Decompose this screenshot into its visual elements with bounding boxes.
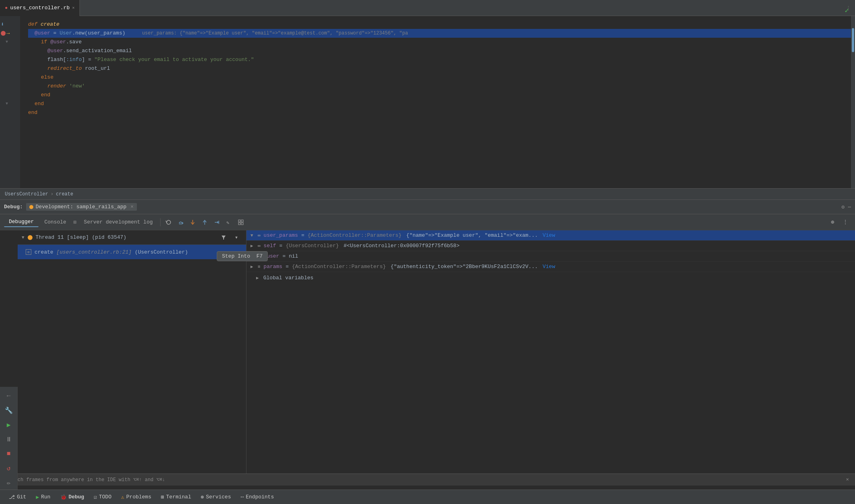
expand-user-params[interactable]: ▼	[250, 233, 256, 238]
sidebar-restart-button[interactable]: ↺	[3, 462, 15, 474]
terminal-label: Terminal	[166, 494, 191, 500]
code-line-5: flash[ :info ] = "Please check your emai…	[28, 55, 855, 64]
status-debug[interactable]: 🐞 Debug	[55, 490, 89, 504]
svg-rect-9	[241, 223, 243, 225]
frame-row-create[interactable]: ⊞ create [users_controller.rb:21] (Users…	[18, 245, 246, 259]
session-name: Development: sample_rails_app	[36, 204, 126, 210]
git-label: Git	[17, 494, 26, 500]
fold-icon-3[interactable]: ▼	[6, 38, 8, 47]
toolbar-separator-1	[160, 218, 161, 226]
thread-dropdown[interactable]: ▾	[231, 232, 242, 243]
breadcrumb-part-1[interactable]: UsersController	[5, 191, 48, 197]
svg-rect-8	[238, 223, 240, 225]
step-into-button[interactable]	[187, 217, 198, 228]
tab-users-controller[interactable]: ● users_controller.rb ×	[0, 0, 80, 16]
toolbar-more-button[interactable]: ⋮	[840, 217, 851, 228]
global-label: Global variables	[263, 275, 314, 281]
view-user-params-link[interactable]: View	[543, 232, 555, 238]
debug-session[interactable]: Development: sample_rails_app ×	[26, 203, 137, 211]
var-row-self[interactable]: ▶ ∞ self = {UsersController} #<UsersCont…	[246, 241, 855, 251]
thread-expand[interactable]: ▼	[22, 235, 24, 240]
rerun-button[interactable]	[163, 217, 174, 228]
debug-header-right: ⚙ ⋯	[841, 204, 851, 210]
var-row-user-params[interactable]: ▼ ∞ user_params = {ActionController::Par…	[246, 230, 855, 241]
status-todo[interactable]: ☑ TODO	[89, 490, 116, 504]
code-line-1: def create	[28, 20, 855, 29]
breadcrumb-part-2[interactable]: create	[56, 191, 73, 197]
status-terminal[interactable]: ⊞ Terminal	[156, 490, 196, 504]
tab-server-log[interactable]: Server development log	[79, 217, 158, 227]
app-container: ● users_controller.rb × ⋮ ✓ ⬇ → ▼	[0, 0, 855, 486]
sidebar-play-button[interactable]: ▶	[3, 419, 15, 431]
debug-content: ← 🔧 ▶ ⏸ ■ ↺ ✏ ⚙ ▼ Thread 11 [sleep] (pid…	[0, 230, 855, 474]
server-log-icon: ⊞	[73, 219, 77, 226]
svg-rect-6	[238, 220, 240, 222]
todo-icon: ☑	[94, 494, 97, 500]
run-to-cursor-button[interactable]	[211, 217, 222, 228]
step-over-button[interactable]	[175, 217, 186, 228]
var-row-at-user[interactable]: ▶ ≡ @user = nil	[246, 251, 855, 262]
services-icon: ⊗	[201, 494, 204, 500]
endpoints-icon: ↔	[240, 494, 244, 500]
sidebar-brush-button[interactable]: ✏	[3, 477, 15, 489]
sidebar-pause-button[interactable]: ⏸	[3, 433, 15, 445]
fold-icon-10[interactable]: ▼	[6, 100, 8, 108]
run-icon: ▶	[36, 494, 39, 500]
evaluate-button[interactable]: ✎	[223, 217, 234, 228]
sidebar-back-button[interactable]: ←	[3, 390, 15, 402]
problems-icon: ⚠	[121, 494, 124, 500]
debug-panel: Debug: Development: sample_rails_app × ⚙…	[0, 200, 855, 486]
code-line-11: end	[28, 108, 855, 117]
debug-status-label: Debug	[69, 494, 84, 500]
frame-icon: ⊞	[26, 249, 31, 255]
svg-rect-7	[241, 220, 243, 222]
code-line-10: end	[28, 100, 855, 108]
code-line-2: @user = User .new( user_params ) user_pa…	[28, 29, 855, 38]
expand-params[interactable]: ▶	[250, 264, 256, 269]
var-row-params[interactable]: ▶ ≡ params = {ActionController::Paramete…	[246, 262, 855, 272]
gutter-line-3: ▼	[0, 38, 17, 47]
status-endpoints[interactable]: ↔ Endpoints	[236, 490, 279, 504]
status-services[interactable]: ⊗ Services	[196, 490, 236, 504]
threads-frames-panel: ▼ Thread 11 [sleep] (pid 63547) ▾ ⊞ crea…	[18, 230, 246, 474]
gutter-line-10: ▼	[0, 100, 17, 108]
status-problems[interactable]: ⚠ Problems	[116, 490, 156, 504]
toolbar-adjust-button[interactable]: ⊕	[827, 217, 838, 228]
global-variables-row[interactable]: ▶ Global variables	[246, 272, 855, 283]
frames-button[interactable]	[235, 217, 246, 228]
status-git[interactable]: ⎇ Git	[4, 490, 31, 504]
services-label: Services	[206, 494, 231, 500]
editor-scrollbar[interactable]	[851, 16, 855, 188]
expand-self[interactable]: ▶	[250, 243, 256, 248]
session-close[interactable]: ×	[130, 204, 134, 210]
more-icon[interactable]: ⋯	[848, 204, 851, 210]
sidebar-wrench-icon[interactable]: 🔧	[3, 404, 15, 417]
breakpoint-indicator[interactable]	[1, 31, 6, 36]
step-out-button[interactable]	[199, 217, 210, 228]
svg-text:✎: ✎	[226, 220, 229, 226]
step-into-tooltip: Step Into F7	[217, 251, 268, 261]
tab-bar: ● users_controller.rb × ⋮ ✓	[0, 0, 855, 16]
arrow-indicator: →	[6, 29, 10, 38]
code-line-6: redirect_to root_url	[28, 64, 855, 73]
breadcrumb-separator: ›	[51, 191, 53, 197]
view-params-link[interactable]: View	[543, 264, 555, 270]
tab-console[interactable]: Console	[39, 217, 71, 227]
tab-close-button[interactable]: ×	[72, 6, 75, 10]
tab-debugger[interactable]: Debugger	[4, 217, 39, 227]
checkmark-icon: ✓	[845, 6, 849, 15]
status-bar: ⎇ Git ▶ Run 🐞 Debug ☑ TODO ⚠ Problems ⊞ …	[0, 490, 855, 504]
switch-frames-text: Switch frames from anywhere in the IDE w…	[6, 477, 165, 483]
filter-button[interactable]	[218, 232, 229, 243]
gutter-line-4	[0, 47, 17, 55]
gear-icon[interactable]: ⚙	[841, 204, 845, 210]
gutter-line-2: →	[0, 29, 17, 38]
switch-frames-bar: Switch frames from anywhere in the IDE w…	[0, 474, 855, 486]
expand-global[interactable]: ▶	[256, 275, 262, 280]
scrollbar-thumb[interactable]	[852, 28, 854, 52]
sidebar-stop-button[interactable]: ■	[3, 448, 15, 460]
debug-header: Debug: Development: sample_rails_app × ⚙…	[0, 200, 855, 214]
gutter-line-1: ⬇	[0, 20, 17, 29]
status-run[interactable]: ▶ Run	[31, 490, 55, 504]
switch-frames-close-button[interactable]: ×	[846, 477, 849, 483]
